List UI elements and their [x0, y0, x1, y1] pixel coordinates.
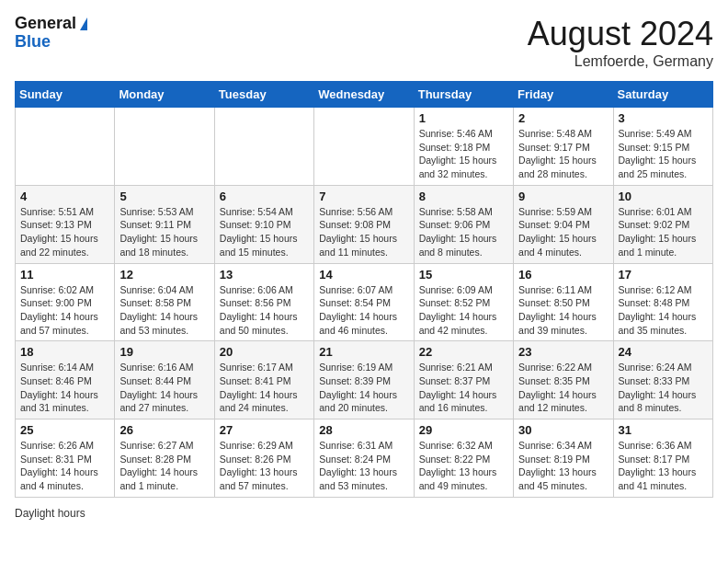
calendar-cell: 6Sunrise: 5:54 AM Sunset: 9:10 PM Daylig… — [214, 185, 313, 263]
day-info: Sunrise: 6:06 AM Sunset: 8:56 PM Dayligh… — [220, 283, 309, 338]
day-number: 1 — [419, 111, 508, 125]
calendar-cell: 27Sunrise: 6:29 AM Sunset: 8:26 PM Dayli… — [214, 419, 313, 498]
day-number: 17 — [619, 268, 708, 282]
calendar-cell: 16Sunrise: 6:11 AM Sunset: 8:50 PM Dayli… — [514, 263, 613, 341]
calendar-cell — [314, 108, 414, 186]
logo: General Blue — [15, 15, 87, 52]
dow-header: Saturday — [613, 82, 712, 108]
calendar-cell: 24Sunrise: 6:24 AM Sunset: 8:33 PM Dayli… — [613, 341, 712, 419]
calendar-week-row: 1Sunrise: 5:46 AM Sunset: 9:18 PM Daylig… — [16, 108, 713, 186]
day-info: Sunrise: 5:58 AM Sunset: 9:06 PM Dayligh… — [419, 205, 508, 259]
calendar-cell: 4Sunrise: 5:51 AM Sunset: 9:13 PM Daylig… — [16, 185, 115, 263]
day-info: Sunrise: 6:02 AM Sunset: 9:00 PM Dayligh… — [20, 283, 109, 338]
page-subtitle: Lemfoerde, Germany — [528, 53, 713, 70]
calendar-cell: 13Sunrise: 6:06 AM Sunset: 8:56 PM Dayli… — [214, 263, 313, 341]
day-number: 14 — [319, 268, 408, 282]
day-number: 12 — [119, 268, 209, 282]
day-number: 15 — [419, 268, 508, 282]
day-info: Sunrise: 5:49 AM Sunset: 9:15 PM Dayligh… — [619, 127, 708, 181]
calendar-cell — [214, 108, 313, 186]
day-number: 19 — [119, 345, 209, 359]
day-number: 23 — [518, 345, 608, 359]
day-number: 11 — [20, 268, 109, 282]
daylight-hours-label: Daylight hours — [15, 507, 85, 520]
day-info: Sunrise: 6:14 AM Sunset: 8:46 PM Dayligh… — [20, 361, 109, 415]
day-info: Sunrise: 6:22 AM Sunset: 8:35 PM Dayligh… — [518, 361, 608, 415]
calendar-cell: 21Sunrise: 6:19 AM Sunset: 8:39 PM Dayli… — [314, 341, 414, 419]
dow-header: Monday — [115, 82, 214, 108]
day-number: 30 — [518, 423, 608, 437]
calendar-cell: 14Sunrise: 6:07 AM Sunset: 8:54 PM Dayli… — [314, 263, 414, 341]
day-info: Sunrise: 6:12 AM Sunset: 8:48 PM Dayligh… — [619, 283, 708, 338]
day-info: Sunrise: 6:16 AM Sunset: 8:44 PM Dayligh… — [119, 361, 209, 415]
day-info: Sunrise: 6:11 AM Sunset: 8:50 PM Dayligh… — [518, 283, 608, 338]
day-info: Sunrise: 6:32 AM Sunset: 8:22 PM Dayligh… — [419, 439, 508, 493]
calendar-cell: 5Sunrise: 5:53 AM Sunset: 9:11 PM Daylig… — [115, 185, 214, 263]
title-block: August 2024 Lemfoerde, Germany — [528, 15, 713, 70]
day-number: 7 — [319, 190, 408, 203]
day-number: 27 — [220, 423, 309, 437]
calendar-week-row: 18Sunrise: 6:14 AM Sunset: 8:46 PM Dayli… — [16, 341, 713, 419]
calendar-cell: 31Sunrise: 6:36 AM Sunset: 8:17 PM Dayli… — [613, 419, 712, 498]
day-number: 26 — [119, 423, 209, 437]
footer: Daylight hours — [15, 507, 713, 520]
dow-header: Thursday — [414, 82, 513, 108]
day-info: Sunrise: 6:07 AM Sunset: 8:54 PM Dayligh… — [319, 283, 408, 338]
calendar-cell — [115, 108, 214, 186]
calendar-week-row: 4Sunrise: 5:51 AM Sunset: 9:13 PM Daylig… — [16, 185, 713, 263]
calendar-cell: 25Sunrise: 6:26 AM Sunset: 8:31 PM Dayli… — [16, 419, 115, 498]
day-number: 3 — [619, 111, 708, 125]
day-number: 20 — [220, 345, 309, 359]
dow-header: Tuesday — [214, 82, 313, 108]
calendar-cell: 18Sunrise: 6:14 AM Sunset: 8:46 PM Dayli… — [16, 341, 115, 419]
calendar-cell: 3Sunrise: 5:49 AM Sunset: 9:15 PM Daylig… — [613, 108, 712, 186]
day-number: 31 — [619, 423, 708, 437]
day-info: Sunrise: 6:21 AM Sunset: 8:37 PM Dayligh… — [419, 361, 508, 415]
day-info: Sunrise: 5:51 AM Sunset: 9:13 PM Dayligh… — [20, 205, 109, 259]
calendar-week-row: 11Sunrise: 6:02 AM Sunset: 9:00 PM Dayli… — [16, 263, 713, 341]
day-info: Sunrise: 6:26 AM Sunset: 8:31 PM Dayligh… — [20, 439, 109, 493]
calendar-cell: 30Sunrise: 6:34 AM Sunset: 8:19 PM Dayli… — [514, 419, 613, 498]
calendar-cell: 12Sunrise: 6:04 AM Sunset: 8:58 PM Dayli… — [115, 263, 214, 341]
calendar-cell: 11Sunrise: 6:02 AM Sunset: 9:00 PM Dayli… — [16, 263, 115, 341]
day-number: 25 — [20, 423, 109, 437]
day-info: Sunrise: 5:56 AM Sunset: 9:08 PM Dayligh… — [319, 205, 408, 259]
day-number: 16 — [518, 268, 608, 282]
day-info: Sunrise: 6:17 AM Sunset: 8:41 PM Dayligh… — [220, 361, 309, 415]
calendar-cell: 22Sunrise: 6:21 AM Sunset: 8:37 PM Dayli… — [414, 341, 513, 419]
calendar-cell: 7Sunrise: 5:56 AM Sunset: 9:08 PM Daylig… — [314, 185, 414, 263]
day-number: 8 — [419, 190, 508, 203]
calendar-cell — [16, 108, 115, 186]
day-info: Sunrise: 6:09 AM Sunset: 8:52 PM Dayligh… — [419, 283, 508, 338]
day-number: 24 — [619, 345, 708, 359]
day-number: 10 — [619, 190, 708, 203]
day-number: 22 — [419, 345, 508, 359]
page-header: General Blue August 2024 Lemfoerde, Germ… — [15, 15, 713, 70]
day-info: Sunrise: 6:01 AM Sunset: 9:02 PM Dayligh… — [619, 205, 708, 259]
calendar-cell: 23Sunrise: 6:22 AM Sunset: 8:35 PM Dayli… — [514, 341, 613, 419]
day-info: Sunrise: 6:34 AM Sunset: 8:19 PM Dayligh… — [518, 439, 608, 493]
day-number: 29 — [419, 423, 508, 437]
calendar-cell: 15Sunrise: 6:09 AM Sunset: 8:52 PM Dayli… — [414, 263, 513, 341]
day-info: Sunrise: 5:48 AM Sunset: 9:17 PM Dayligh… — [518, 127, 608, 181]
day-info: Sunrise: 6:27 AM Sunset: 8:28 PM Dayligh… — [119, 439, 209, 493]
calendar-table: SundayMondayTuesdayWednesdayThursdayFrid… — [15, 81, 713, 498]
dow-header: Sunday — [16, 82, 115, 108]
calendar-cell: 17Sunrise: 6:12 AM Sunset: 8:48 PM Dayli… — [613, 263, 712, 341]
days-of-week-row: SundayMondayTuesdayWednesdayThursdayFrid… — [16, 82, 713, 108]
page-title: August 2024 — [528, 15, 713, 53]
calendar-cell: 8Sunrise: 5:58 AM Sunset: 9:06 PM Daylig… — [414, 185, 513, 263]
day-info: Sunrise: 6:19 AM Sunset: 8:39 PM Dayligh… — [319, 361, 408, 415]
calendar-cell: 1Sunrise: 5:46 AM Sunset: 9:18 PM Daylig… — [414, 108, 513, 186]
day-info: Sunrise: 6:04 AM Sunset: 8:58 PM Dayligh… — [119, 283, 209, 338]
calendar-cell: 10Sunrise: 6:01 AM Sunset: 9:02 PM Dayli… — [613, 185, 712, 263]
day-info: Sunrise: 6:24 AM Sunset: 8:33 PM Dayligh… — [619, 361, 708, 415]
day-info: Sunrise: 6:31 AM Sunset: 8:24 PM Dayligh… — [319, 439, 408, 493]
calendar-cell: 19Sunrise: 6:16 AM Sunset: 8:44 PM Dayli… — [115, 341, 214, 419]
day-number: 5 — [119, 190, 209, 203]
day-info: Sunrise: 5:54 AM Sunset: 9:10 PM Dayligh… — [220, 205, 309, 259]
day-number: 13 — [220, 268, 309, 282]
day-number: 21 — [319, 345, 408, 359]
day-info: Sunrise: 6:29 AM Sunset: 8:26 PM Dayligh… — [220, 439, 309, 493]
day-info: Sunrise: 6:36 AM Sunset: 8:17 PM Dayligh… — [619, 439, 708, 493]
